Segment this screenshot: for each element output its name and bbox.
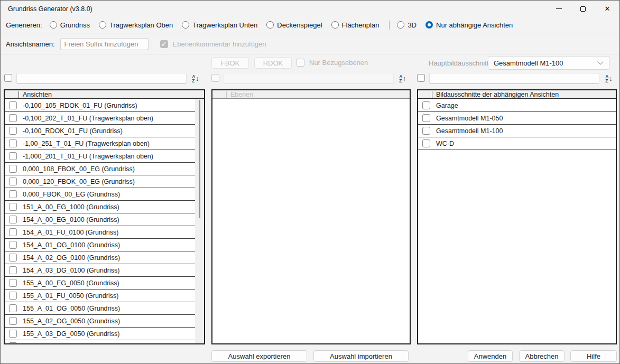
ebenenkommentar-checkbox[interactable] [160, 40, 168, 48]
ebenenkommentar-checkbox-item[interactable]: Ebenenkommentar hinzufügen [160, 40, 266, 48]
ansichten-list-item[interactable]: 155_A_01_FU_0050 (Grundriss) [5, 290, 195, 302]
row-checkbox[interactable] [9, 101, 17, 109]
bildausschnitte-search-input[interactable] [429, 73, 599, 84]
row-checkbox[interactable] [422, 127, 430, 135]
ansichten-list-item[interactable]: 155_A_02_OG_0050 (Grundriss) [5, 315, 195, 328]
ansichten-select-all-checkbox[interactable] [4, 74, 12, 82]
separator-line-2 [1, 54, 619, 54]
ebenen-search-input[interactable] [224, 73, 394, 84]
bildausschnitte-list-item[interactable]: Gesamtmodell M1-100 [418, 125, 616, 137]
generate-radio-option[interactable]: Nur abhängige Ansichten [425, 21, 513, 29]
row-checkbox[interactable] [9, 139, 17, 147]
generate-radio-option[interactable]: 3D [397, 21, 417, 29]
row-checkbox[interactable] [9, 342, 17, 343]
row-checkbox[interactable] [422, 101, 430, 109]
tools-row: FBOK RDOK Nur Bezugsebenen Hauptbildauss… [1, 56, 619, 70]
ansichten-list-item[interactable]: -0,100_105_RDOK_01_FU (Grundriss) [5, 99, 195, 112]
ansichten-list-item[interactable]: 155_A_03_DG_0050 (Grundriss) [5, 328, 195, 340]
ansichten-list-item[interactable]: -0,100_RDOK_01_FU (Grundriss) [5, 125, 195, 137]
row-checkbox[interactable] [422, 114, 430, 122]
ansichten-list-item[interactable]: 0,000_108_FBOK_00_EG (Grundriss) [5, 163, 195, 175]
row-checkbox[interactable] [9, 330, 17, 338]
sort-arrow-up-icon: ↑ [403, 75, 406, 82]
ansichten-list-item[interactable]: 155_A_00_EG_0050 (Grundriss) [5, 277, 195, 290]
row-checkbox[interactable] [9, 228, 17, 236]
generate-options-row: Generieren: Grundriss Tragwerksplan Oben… [1, 17, 619, 33]
row-checkbox[interactable] [9, 279, 17, 287]
generate-radio-option[interactable]: Deckenspiegel [266, 21, 322, 29]
ansichten-list-item[interactable]: 0,000_FBOK_00_EG (Grundriss) [5, 188, 195, 201]
ansichten-scrollbar[interactable] [195, 99, 204, 343]
row-checkbox[interactable] [9, 317, 17, 325]
row-label: Gesamtmodell M1-050 [436, 115, 503, 122]
nur-bezugsebenen-checkbox-item[interactable]: Nur Bezugsebenen [297, 59, 368, 67]
bildausschnitte-select-all-checkbox[interactable] [417, 74, 425, 82]
scrollbar-thumb[interactable] [199, 100, 200, 218]
ansichten-list-item[interactable]: -0,100_202_T_01_FU (Tragwerksplan oben) [5, 112, 195, 125]
ansichten-sort-button[interactable]: AZ ↓ [190, 73, 201, 84]
row-checkbox[interactable] [9, 292, 17, 300]
row-label: 151_A_00_EG_1000 (Grundriss) [23, 203, 119, 211]
cancel-button[interactable]: Abbrechen [519, 350, 565, 362]
row-checkbox[interactable] [9, 304, 17, 312]
ansichten-list-item[interactable]: 154_A_03_DG_0100 (Grundriss) [5, 264, 195, 277]
ebenen-sort-button[interactable]: AZ ↑ [397, 73, 409, 84]
ansichten-list-item[interactable]: -1,00_251_T_01_FU (Tragwerksplan oben) [5, 137, 195, 150]
bildausschnitte-list-item[interactable]: Gesamtmodell M1-050 [418, 112, 616, 125]
row-checkbox[interactable] [9, 165, 17, 173]
ansichten-list-item[interactable]: 154_A_00_EG_0100 (Grundriss) [5, 213, 195, 226]
row-checkbox[interactable] [9, 203, 17, 211]
ebenen-select-all-checkbox[interactable] [211, 74, 219, 82]
ansichten-list: -0,100_105_RDOK_01_FU (Grundriss) -0,100… [5, 99, 195, 343]
fbok-button[interactable]: FBOK [211, 57, 249, 69]
ansichten-panel: Ansichten -0,100_105_RDOK_01_FU (Grundri… [4, 89, 205, 344]
export-selection-button[interactable]: Auswahl exportieren [211, 350, 307, 362]
row-checkbox[interactable] [9, 114, 17, 122]
radio-icon [397, 21, 404, 29]
ansichten-search-input[interactable] [16, 73, 187, 84]
row-checkbox[interactable] [9, 152, 17, 160]
import-selection-button[interactable]: Auswahl importieren [313, 350, 409, 362]
bildausschnitte-header: Bildausschnitte der abhängigen Ansichten [418, 90, 616, 99]
row-checkbox[interactable] [9, 190, 17, 198]
bildausschnitte-sort-button[interactable]: AZ ↓ [603, 73, 615, 84]
help-button[interactable]: Hilfe [570, 350, 617, 362]
bildausschnitte-list-item[interactable]: Garage [418, 99, 616, 112]
ansichten-list-item[interactable]: 155_A_01_OG_0050 (Grundriss) [5, 302, 195, 315]
ansichten-list-item[interactable]: 154_A_01_FU_0100 (Grundriss) [5, 226, 195, 239]
ansichten-list-item[interactable]: 0,000_120_FBOK_00_EG (Grundriss) [5, 175, 195, 188]
bildausschnitte-list-item[interactable]: WC-D [418, 137, 616, 150]
apply-button[interactable]: Anwenden [468, 350, 513, 362]
close-button[interactable]: ✕ [595, 1, 619, 17]
row-checkbox[interactable] [9, 216, 17, 223]
row-checkbox[interactable] [9, 127, 17, 135]
generate-radio-option[interactable]: Tragwerksplan Unten [182, 21, 257, 29]
ansichten-list-item[interactable]: 154_A_02_OG_0100 (Grundriss) [5, 251, 195, 264]
ansichten-list-item[interactable]: -1,000_201_T_01_FU (Tragwerksplan oben) [5, 150, 195, 163]
row-checkbox[interactable] [422, 139, 430, 147]
generate-radio-option[interactable]: Tragwerksplan Oben [99, 21, 173, 29]
row-checkbox[interactable] [9, 266, 17, 274]
row-checkbox[interactable] [9, 178, 17, 185]
nur-bezugsebenen-checkbox[interactable] [297, 59, 304, 67]
header-column-divider [432, 91, 432, 98]
ansichten-list-item[interactable]: 154_A_01_OG_0100 (Grundriss) [5, 239, 195, 251]
generate-radio-option[interactable]: Flächenplan [331, 21, 380, 29]
ansichten-list-item[interactable]: 192_A_00_EG_0100 (Grundriss) [5, 340, 195, 343]
radio-label: Grundriss [60, 21, 90, 29]
grundriss-generator-dialog: Grundriss Generator (v3.8.0) ✕ Generiere… [0, 0, 620, 364]
radio-label: Deckenspiegel [277, 21, 322, 29]
radio-icon [99, 21, 106, 29]
suffix-input[interactable] [60, 38, 149, 50]
ansichten-list-item[interactable]: 151_A_00_EG_1000 (Grundriss) [5, 201, 195, 213]
rdok-button[interactable]: RDOK [254, 57, 292, 69]
row-label: Garage [436, 102, 458, 109]
generate-radio-option[interactable]: Grundriss [50, 21, 90, 29]
minimize-button[interactable] [547, 1, 571, 17]
ebenen-header: Ebenen [212, 90, 410, 99]
hauptbildausschnitt-select[interactable]: Gesamtmodell M1-100 [488, 56, 609, 70]
row-checkbox[interactable] [9, 241, 17, 249]
row-checkbox[interactable] [9, 254, 17, 262]
maximize-button[interactable] [571, 1, 595, 17]
minimize-icon [556, 8, 562, 9]
